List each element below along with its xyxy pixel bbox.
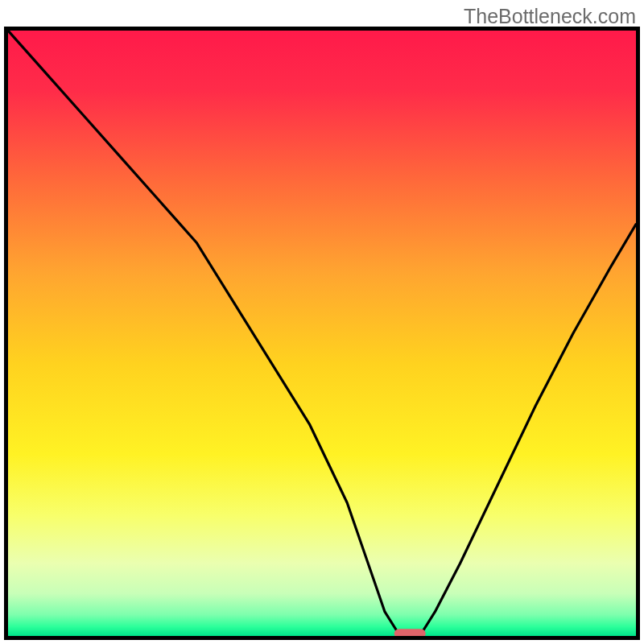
background-gradient-rect: [8, 31, 636, 636]
watermark-text: TheBottleneck.com: [464, 5, 636, 28]
chart-container: TheBottleneck.com: [0, 0, 644, 644]
plot-area: [8, 31, 636, 636]
optimal-marker: [394, 629, 426, 636]
plot-svg: [8, 31, 636, 636]
